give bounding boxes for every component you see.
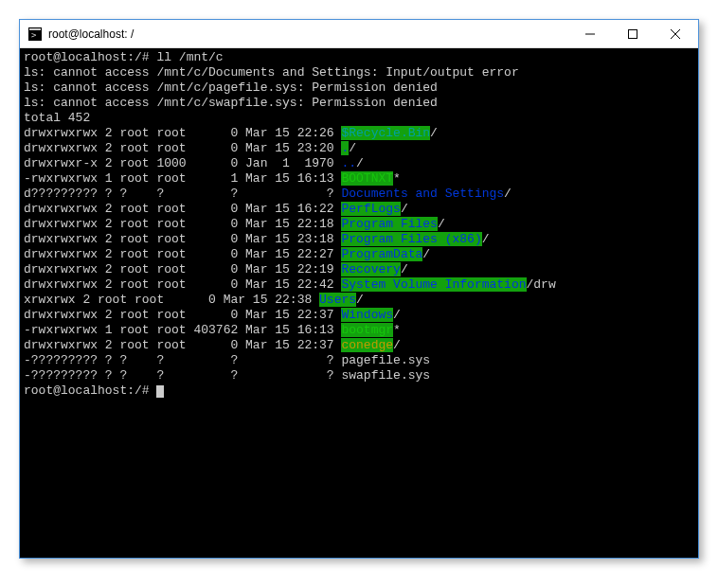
error-line: ls: cannot access /mnt/c/Documents and S…: [24, 65, 519, 80]
file-name: PerfLogs: [341, 202, 400, 216]
cursor: [156, 385, 164, 398]
suffix: /: [482, 232, 490, 246]
file-name: System Volume Information: [341, 277, 526, 292]
file-name: Program Files: [341, 217, 437, 231]
file-name: BOOTNXT: [341, 171, 393, 186]
perm-col: drwxrwxrwx 2 root root 0 Mar 15 22:26: [24, 126, 341, 140]
minimize-button[interactable]: [568, 20, 611, 47]
suffix: /: [349, 141, 356, 155]
file-name: Users: [319, 293, 356, 307]
file-name: Recovery: [341, 262, 400, 276]
maximize-button[interactable]: [611, 20, 654, 47]
window-title: root@localhost: /: [48, 27, 568, 41]
file-name: Program Files (x86): [341, 232, 481, 246]
perm-col: drwxrwxrwx 2 root root 0 Mar 15 22:27: [24, 247, 341, 261]
app-icon: >: [27, 27, 43, 42]
suffix: /: [430, 126, 438, 140]
terminal-body[interactable]: root@localhost:/# ll /mnt/c ls: cannot a…: [20, 48, 698, 558]
file-name: ..: [341, 156, 356, 170]
file-name: Documents and Settings: [341, 187, 504, 201]
file-name: swapfile.sys: [341, 368, 430, 383]
perm-col: drwxrwxrwx 2 root root 0 Mar 15 22:37: [24, 338, 341, 352]
suffix: /: [356, 156, 364, 170]
perm-col: drwxrwxrwx 2 root root 0 Mar 15 23:20: [24, 141, 341, 155]
perm-col: xrwxrwx 2 root root 0 Mar 15 22:38: [24, 293, 319, 307]
suffix: /: [422, 247, 430, 261]
file-name: $Recycle.Bin: [341, 126, 430, 140]
perm-col: drwxrwxrwx 2 root root 0 Mar 15 22:37: [24, 308, 341, 322]
prompt: root@localhost:/#: [24, 50, 156, 64]
file-name: bootmgr: [341, 323, 393, 337]
command: ll /mnt/c: [156, 50, 223, 64]
suffix: /: [504, 187, 512, 201]
svg-text:>: >: [31, 30, 37, 40]
perm-col: drwxrwxrwx 2 root root 0 Mar 15 16:22: [24, 202, 341, 216]
suffix: /: [393, 338, 401, 352]
file-name: Windows: [341, 308, 393, 322]
perm-col: -rwxrwxrwx 1 root root 403762 Mar 15 16:…: [24, 323, 341, 337]
prompt: root@localhost:/#: [24, 383, 156, 398]
perm-col: -????????? ? ? ? ? ?: [24, 353, 341, 367]
file-name: pagefile.sys: [341, 353, 430, 367]
perm-col: d????????? ? ? ? ? ?: [24, 187, 341, 201]
suffix: /: [438, 217, 445, 231]
file-name: ProgramData: [341, 247, 422, 261]
error-line: ls: cannot access /mnt/c/pagefile.sys: P…: [24, 80, 438, 95]
suffix: *: [393, 323, 401, 337]
perm-col: drwxrwxrwx 2 root root 0 Mar 15 22:19: [24, 262, 341, 276]
perm-col: -????????? ? ? ? ? ?: [24, 368, 341, 383]
close-button[interactable]: [654, 20, 696, 47]
suffix: /drw: [527, 277, 556, 292]
suffix: /: [401, 262, 408, 276]
suffix: /: [393, 308, 401, 322]
svg-rect-4: [628, 29, 637, 38]
perm-col: -rwxrwxrwx 1 root root 1 Mar 15 16:13: [24, 171, 341, 186]
suffix: *: [393, 171, 401, 186]
titlebar[interactable]: > root@localhost: /: [20, 20, 698, 48]
error-line: ls: cannot access /mnt/c/swapfile.sys: P…: [24, 96, 438, 110]
suffix: /: [401, 202, 408, 216]
total-line: total 452: [24, 111, 90, 125]
perm-col: drwxrwxrwx 2 root root 0 Mar 15 22:42: [24, 277, 341, 292]
suffix: /: [356, 293, 364, 307]
perm-col: drwxrwxrwx 2 root root 0 Mar 15 22:18: [24, 217, 341, 231]
perm-col: drwxrwxr-x 2 root 1000 0 Jan 1 1970: [24, 156, 341, 170]
file-listing: drwxrwxrwx 2 root root 0 Mar 15 22:26 $R…: [24, 126, 694, 383]
perm-col: drwxrwxrwx 2 root root 0 Mar 15 23:18: [24, 232, 341, 246]
file-name: conedge: [341, 338, 393, 352]
terminal-window: > root@localhost: / root@localhost:/# ll…: [19, 19, 699, 559]
